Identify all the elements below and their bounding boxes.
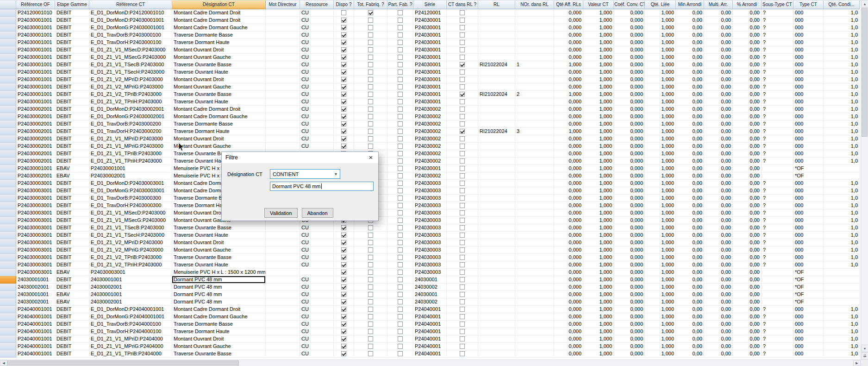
cell-min-arrondi[interactable]: 0,00 bbox=[676, 298, 704, 306]
cell-arrondi[interactable]: 0,00 bbox=[733, 239, 762, 246]
cell-dispo[interactable] bbox=[334, 254, 354, 261]
cell-part-fab[interactable] bbox=[387, 321, 413, 328]
row-selector[interactable] bbox=[0, 261, 16, 269]
cell-etape-gamme[interactable]: DEBIT bbox=[55, 113, 89, 120]
cell-ct-dans-rl[interactable] bbox=[447, 98, 478, 106]
cell-etape-gamme[interactable]: DEBIT bbox=[55, 284, 89, 291]
checkbox[interactable] bbox=[341, 247, 346, 252]
cell-co-f-conv-ct[interactable]: 0,000 bbox=[614, 120, 645, 128]
cell-sous-type-ct[interactable]: ? bbox=[762, 69, 793, 76]
checkbox[interactable] bbox=[368, 69, 373, 75]
cell-nor-dans-rl[interactable] bbox=[515, 209, 554, 217]
cell-valeur-ct[interactable]: 1,000 bbox=[583, 98, 614, 106]
cell-co-f-conv-ct[interactable]: 0,000 bbox=[614, 61, 645, 69]
checkbox[interactable] bbox=[368, 307, 373, 312]
cell-etape-gamme[interactable]: DEBIT bbox=[55, 313, 89, 321]
cell-valeur-ct[interactable]: 1,000 bbox=[583, 54, 614, 61]
cell-dispo[interactable] bbox=[334, 313, 354, 321]
cell-min-arrondi[interactable]: 0,00 bbox=[676, 106, 704, 113]
cell-multi-arr[interactable]: 0,00 bbox=[704, 350, 733, 358]
cell-r-f-rence-ct[interactable]: E_D1_TravDorH:P2403000200 bbox=[89, 128, 172, 135]
column-header-d-signation-ct[interactable]: Désignation CT bbox=[172, 0, 266, 9]
cell-min-arrondi[interactable]: 0,00 bbox=[676, 83, 704, 91]
cell-etape-gamme[interactable]: DEBIT bbox=[55, 261, 89, 269]
cell-qt-aff-rls[interactable]: 0,000 bbox=[554, 224, 583, 232]
cell-qt-li-e[interactable]: 1,000 bbox=[645, 61, 676, 69]
cell-nor-dans-rl[interactable] bbox=[515, 328, 554, 335]
cell-tot-fabriq[interactable] bbox=[354, 350, 387, 358]
cell-ct-dans-rl[interactable] bbox=[447, 128, 478, 135]
cell-min-arrondi[interactable]: 0,00 bbox=[676, 172, 704, 180]
cell-min-arrondi[interactable]: 0,00 bbox=[676, 239, 704, 246]
checkbox[interactable] bbox=[341, 225, 346, 230]
checkbox[interactable] bbox=[460, 255, 465, 260]
cell-multi-arr[interactable]: 0,00 bbox=[704, 291, 733, 298]
cell-etape-gamme[interactable]: DEBIT bbox=[55, 54, 89, 61]
cell-rl[interactable] bbox=[478, 98, 515, 106]
cell-dispo[interactable] bbox=[334, 120, 354, 128]
checkbox[interactable] bbox=[368, 40, 373, 45]
cell-r-f-rence-of[interactable]: P24030003001 bbox=[16, 269, 55, 276]
cell-rl[interactable] bbox=[478, 165, 515, 172]
cell-multi-arr[interactable]: 0,00 bbox=[704, 135, 733, 143]
cell-qt-li-e[interactable]: 1,000 bbox=[645, 172, 676, 180]
cell-ct-dans-rl[interactable] bbox=[447, 172, 478, 180]
table-row[interactable]: P24030001001DEBITE_D1_Z1_V1_MSecG:P24030… bbox=[0, 54, 861, 61]
cell-tot-fabriq[interactable] bbox=[354, 76, 387, 83]
vertical-scrollbar[interactable]: ▲ ▼ ⇊ bbox=[861, 0, 868, 360]
cell-qt-aff-rls[interactable]: 0,000 bbox=[554, 54, 583, 61]
checkbox[interactable] bbox=[368, 284, 373, 290]
column-header-sous-type-ct[interactable]: Sous-Type CT bbox=[762, 0, 793, 9]
cell-part-fab[interactable] bbox=[387, 217, 413, 224]
cell-sous-type-ct[interactable]: ? bbox=[762, 32, 793, 39]
checkbox[interactable] bbox=[341, 322, 346, 327]
table-row[interactable]: P24030002001DEBITE_D1_DorMonG:P240300020… bbox=[0, 113, 861, 120]
cell-r-f-rence-of[interactable]: P24030001001 bbox=[16, 76, 55, 83]
cell-ressource[interactable]: CU bbox=[300, 135, 334, 143]
cell-rl[interactable] bbox=[478, 209, 515, 217]
checkbox[interactable] bbox=[368, 107, 373, 112]
cell-qt-aff-rls[interactable]: 0,000 bbox=[554, 246, 583, 254]
cell-r-f-rence-ct[interactable]: E_D1_Z1_V1_MSecD:P2403000 bbox=[89, 209, 172, 217]
cell-multi-arr[interactable]: 0,00 bbox=[704, 202, 733, 209]
cell-dispo[interactable] bbox=[334, 91, 354, 98]
column-header-co-f-conv-ct[interactable]: Coéf. Conv. CT bbox=[614, 0, 645, 9]
checkbox[interactable] bbox=[341, 32, 346, 38]
close-icon[interactable]: × bbox=[363, 152, 378, 163]
cell-nor-dans-rl[interactable] bbox=[515, 187, 554, 195]
checkbox[interactable] bbox=[398, 55, 403, 60]
cell-type-ct[interactable]: *OF bbox=[793, 298, 824, 306]
checkbox[interactable] bbox=[341, 18, 346, 23]
cell-etape-gamme[interactable]: DEBIT bbox=[55, 83, 89, 91]
checkbox[interactable] bbox=[341, 270, 346, 275]
cell-min-arrondi[interactable]: 0,00 bbox=[676, 246, 704, 254]
cell-s-rie[interactable]: P24030003 bbox=[413, 195, 447, 202]
row-selector[interactable] bbox=[0, 54, 16, 61]
cell-type-ct[interactable]: 000 bbox=[793, 46, 824, 54]
checkbox[interactable] bbox=[368, 10, 373, 15]
cell-r-f-rence-ct[interactable]: E_D1_DorMonD:P24030002001 bbox=[89, 106, 172, 113]
cell-valeur-ct[interactable]: 1,000 bbox=[583, 32, 614, 39]
cell-qt-li-e[interactable]: 1,000 bbox=[645, 106, 676, 113]
cell-tot-fabriq[interactable] bbox=[354, 46, 387, 54]
cell-tot-fabriq[interactable] bbox=[354, 276, 387, 284]
cell-part-fab[interactable] bbox=[387, 135, 413, 143]
cell-ct-dans-rl[interactable] bbox=[447, 239, 478, 246]
cell-part-fab[interactable] bbox=[387, 61, 413, 69]
cell-qt-aff-rls[interactable]: 0,000 bbox=[554, 180, 583, 187]
table-row[interactable]: P24030001001DEBITE_D1_Z1_V2_MPriG:P24030… bbox=[0, 83, 861, 91]
cell-multi-arr[interactable]: 0,00 bbox=[704, 69, 733, 76]
cell-r-f-rence-of[interactable]: P24030003001 bbox=[16, 202, 55, 209]
checkbox[interactable] bbox=[460, 203, 465, 208]
cell-sous-type-ct[interactable]: ? bbox=[762, 254, 793, 261]
cell-type-ct[interactable]: 000 bbox=[793, 98, 824, 106]
cell-part-fab[interactable] bbox=[387, 350, 413, 358]
cell-co-f-conv-ct[interactable]: 0,000 bbox=[614, 254, 645, 261]
cell-qt-aff-rls[interactable]: 0,000 bbox=[554, 76, 583, 83]
column-header-r-f-rence-of[interactable]: Référence OF bbox=[16, 0, 55, 9]
row-selector[interactable] bbox=[0, 306, 16, 313]
cell-nor-dans-rl[interactable] bbox=[515, 224, 554, 232]
checkbox[interactable] bbox=[398, 181, 403, 186]
checkbox[interactable] bbox=[398, 69, 403, 75]
checkbox[interactable] bbox=[398, 114, 403, 119]
